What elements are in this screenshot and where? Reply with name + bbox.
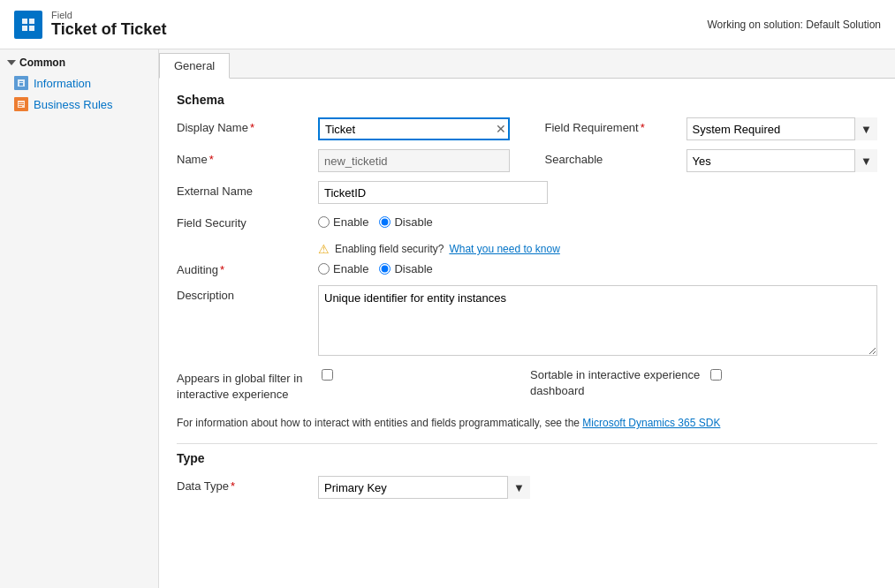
auditing-disable-option[interactable]: Disable (379, 262, 432, 275)
schema-title: Schema (177, 93, 877, 107)
auditing-row: Auditing* Enable Disable (177, 260, 877, 276)
field-security-enable-radio[interactable] (318, 216, 330, 228)
field-req-required: * (641, 121, 645, 134)
svg-rect-1 (29, 19, 34, 24)
divider (177, 443, 877, 444)
display-name-input-wrapper: ✕ (318, 117, 510, 140)
name-field (318, 149, 510, 172)
external-name-input[interactable] (318, 181, 548, 204)
data-type-label: Data Type* (177, 476, 318, 493)
name-required: * (209, 153, 214, 166)
auditing-required: * (220, 263, 224, 276)
description-textarea[interactable]: Unique identifier for entity instances (318, 285, 877, 356)
data-type-row: Data Type* Primary Key ▼ (177, 476, 877, 499)
sidebar-item-business-rules-label: Business Rules (34, 98, 113, 111)
field-security-enable-option[interactable]: Enable (318, 215, 368, 229)
sidebar: Common Information (0, 49, 159, 588)
display-name-row: Display Name* ✕ Field Requirement* (177, 117, 877, 140)
header-title-block: Field Ticket of Ticket (51, 10, 166, 39)
svg-rect-0 (22, 19, 27, 24)
collapse-icon (7, 60, 16, 65)
display-name-label: Display Name* (177, 117, 318, 134)
information-icon (14, 76, 28, 90)
description-field: Unique identifier for entity instances (318, 285, 877, 358)
display-name-input[interactable] (318, 117, 510, 140)
auditing-enable-label: Enable (333, 262, 368, 275)
auditing-disable-label: Disable (394, 262, 432, 275)
sidebar-item-information[interactable]: Information (0, 72, 158, 94)
field-security-disable-option[interactable]: Disable (379, 215, 432, 229)
svg-rect-5 (19, 81, 23, 82)
sortable-checkbox-wrapper (707, 367, 722, 383)
svg-rect-2 (22, 26, 27, 31)
data-type-field: Primary Key ▼ (318, 476, 530, 499)
business-rules-icon (14, 97, 28, 111)
svg-rect-9 (19, 104, 24, 105)
sortable-label: Sortable in interactive experience dashb… (530, 367, 707, 399)
sidebar-item-business-rules[interactable]: Business Rules (0, 94, 158, 115)
field-requirement-field: System Required Business Required Busine… (686, 117, 878, 140)
name-input[interactable] (318, 149, 510, 172)
data-type-select-wrapper: Primary Key ▼ (318, 476, 530, 499)
field-requirement-label: Field Requirement* (545, 117, 686, 134)
name-row: Name* Searchable Yes No (177, 149, 877, 172)
description-row: Description Unique identifier for entity… (177, 285, 877, 358)
sidebar-group-header: Common (0, 49, 158, 72)
warning-text: Enabling field security? (335, 243, 444, 255)
form-content: Schema Display Name* ✕ Field Require (159, 79, 895, 522)
svg-rect-10 (19, 106, 22, 107)
field-security-label: Field Security (177, 213, 318, 230)
global-filter-item: Appears in global filter in interactive … (177, 367, 530, 403)
warning-row: ⚠ Enabling field security? What you need… (177, 238, 877, 260)
type-title: Type (177, 451, 877, 465)
display-name-required: * (250, 121, 254, 134)
auditing-radio-group: Enable Disable (318, 260, 433, 275)
header-title: Ticket of Ticket (51, 20, 166, 39)
auditing-label: Auditing* (177, 260, 318, 276)
warning-link[interactable]: What you need to know (449, 243, 559, 255)
display-name-clear-button[interactable]: ✕ (496, 123, 506, 135)
name-label: Name* (177, 149, 318, 166)
sdk-link[interactable]: Microsoft Dynamics 365 SDK (582, 417, 720, 429)
global-filter-checkbox[interactable] (322, 369, 333, 381)
content-area: General Schema Display Name* ✕ (159, 49, 895, 588)
warning-icon: ⚠ (318, 242, 330, 256)
field-security-disable-label: Disable (394, 215, 432, 229)
field-requirement-select-wrapper: System Required Business Required Busine… (686, 117, 878, 140)
sortable-checkbox[interactable] (710, 369, 722, 381)
top-header: Field Ticket of Ticket Working on soluti… (0, 0, 895, 49)
field-security-disable-radio[interactable] (379, 216, 391, 228)
checkboxes-row: Appears in global filter in interactive … (177, 367, 877, 403)
field-requirement-select[interactable]: System Required Business Required Busine… (686, 117, 878, 140)
tab-general[interactable]: General (159, 53, 230, 79)
searchable-select-wrapper: Yes No ▼ (686, 149, 878, 172)
auditing-enable-radio[interactable] (318, 263, 330, 275)
external-name-field (318, 181, 548, 204)
global-filter-checkbox-wrapper (318, 367, 333, 383)
display-name-field: ✕ (318, 117, 510, 140)
header-left: Field Ticket of Ticket (14, 10, 166, 39)
description-label: Description (177, 285, 318, 302)
tab-bar: General (159, 49, 895, 79)
app-icon (14, 11, 42, 39)
external-name-label: External Name (177, 181, 318, 198)
searchable-select[interactable]: Yes No (686, 149, 878, 172)
external-name-row: External Name (177, 181, 877, 204)
info-text-content: For information about how to interact wi… (177, 417, 580, 429)
svg-rect-6 (19, 83, 23, 86)
searchable-field: Yes No ▼ (686, 149, 878, 172)
sidebar-group-label: Common (19, 57, 65, 69)
data-type-select[interactable]: Primary Key (318, 476, 530, 499)
working-on-text: Working on solution: Default Solution (707, 19, 881, 31)
field-security-enable-label: Enable (333, 215, 368, 229)
field-security-row: Field Security Enable Disable (177, 213, 877, 230)
global-filter-label: Appears in global filter in interactive … (177, 367, 318, 403)
svg-rect-3 (29, 26, 34, 31)
auditing-disable-radio[interactable] (379, 263, 391, 275)
header-subtitle: Field (51, 10, 166, 20)
svg-rect-8 (19, 102, 24, 103)
auditing-enable-option[interactable]: Enable (318, 262, 368, 275)
main-layout: Common Information (0, 49, 895, 588)
data-type-required: * (231, 479, 235, 493)
sortable-item: Sortable in interactive experience dashb… (530, 367, 877, 403)
